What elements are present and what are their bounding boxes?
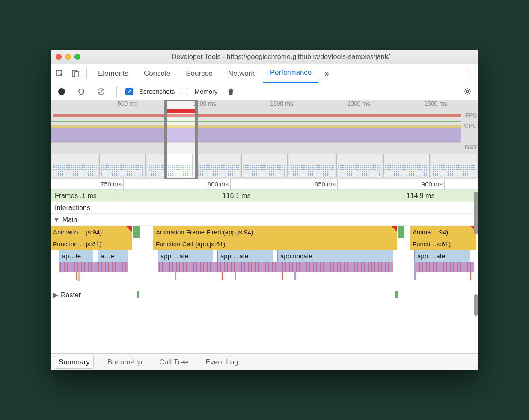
overview-mask-left [51, 100, 164, 179]
details-tabs: Summary Bottom-Up Call Tree Event Log [51, 353, 478, 370]
divider [452, 86, 452, 97]
tab-summary[interactable]: Summary [55, 356, 94, 369]
flame-bar[interactable]: app.update [277, 250, 393, 262]
devtools-window: Developer Tools - https://googlechrome.g… [51, 50, 478, 370]
tabs-overflow-icon[interactable]: » [320, 68, 333, 78]
inspect-element-icon[interactable] [53, 67, 67, 80]
flame-bar[interactable]: Functi…s:61) [410, 238, 476, 250]
flame-ruler: 750 ms 800 ms 850 ms 900 ms [51, 179, 478, 190]
clear-icon[interactable] [94, 85, 108, 98]
svg-line-4 [99, 89, 103, 94]
flame-bar[interactable]: Animation Frame Fired (app.js:94) [153, 226, 397, 238]
titlebar: Developer Tools - https://googlechrome.g… [51, 50, 478, 64]
flame-bar[interactable]: Animatio….js:94) [51, 226, 132, 238]
flamechart-pane[interactable]: 750 ms 800 ms 850 ms 900 ms Frames .1 ms… [51, 179, 478, 353]
flame-bar[interactable] [398, 226, 404, 238]
flame-bar[interactable] [133, 226, 140, 238]
scrollbar-thumb[interactable] [474, 192, 478, 234]
screenshots-checkbox[interactable] [125, 88, 133, 95]
chevron-right-icon: ▶ [53, 291, 58, 299]
interactions-row: Interactions [51, 202, 478, 214]
tab-bottom-up[interactable]: Bottom-Up [104, 356, 146, 368]
window-title: Developer Tools - https://googlechrome.g… [88, 53, 473, 61]
frames-row: Frames .1 ms 116.1 ms 114.9 ms [51, 190, 478, 202]
menu-icon[interactable]: ⋮ [463, 68, 476, 79]
flame-bar[interactable]: Function….js:61) [51, 238, 132, 250]
chevron-down-icon: ▼ [53, 216, 60, 224]
flame-bar[interactable]: app.…ate [158, 250, 213, 262]
memory-label: Memory [194, 88, 217, 95]
tab-network[interactable]: Network [221, 64, 262, 83]
divider [86, 68, 87, 79]
svg-point-5 [466, 90, 469, 93]
screenshots-label: Screenshots [139, 88, 175, 95]
device-toggle-icon[interactable] [68, 67, 82, 80]
flame-bar[interactable]: Anima…:94) [410, 226, 476, 238]
close-icon[interactable] [56, 54, 62, 60]
tab-performance[interactable]: Performance [263, 64, 318, 83]
flame-bar[interactable]: app.…ate [217, 250, 273, 262]
zoom-icon[interactable] [74, 54, 80, 60]
tab-event-log[interactable]: Event Log [202, 356, 242, 368]
raster-track-header[interactable]: ▶ Raster [51, 289, 478, 301]
flame-track-calls: ap…te a…e app.…ate app.…ate app.update a… [51, 250, 478, 262]
tab-console[interactable]: Console [137, 64, 177, 83]
flame-bar[interactable]: ap…te [59, 250, 93, 262]
record-button[interactable] [55, 85, 68, 98]
flame-bar[interactable]: Function Call (app.js:61) [153, 238, 397, 250]
traffic-lights [56, 54, 80, 60]
tab-sources[interactable]: Sources [179, 64, 219, 83]
flame-track-anim: Animatio….js:94) Animation Frame Fired (… [51, 226, 478, 238]
panel-tabs: Elements Console Sources Network Perform… [51, 64, 478, 83]
flame-bar[interactable]: app.…ate [414, 250, 470, 262]
scrollbar-thumb[interactable] [474, 294, 478, 316]
perf-toolbar: Screenshots Memory [51, 83, 478, 100]
settings-gear-icon[interactable] [461, 85, 474, 98]
overview-mask-right [198, 100, 478, 179]
memory-checkbox[interactable] [181, 88, 188, 95]
tab-elements[interactable]: Elements [91, 64, 135, 83]
flame-track-func: Function….js:61) Function Call (app.js:6… [51, 238, 478, 250]
reload-icon[interactable] [74, 85, 88, 98]
main-track-header[interactable]: ▼ Main [51, 214, 478, 226]
overview-selection-handle[interactable] [164, 100, 198, 179]
flame-bar[interactable]: a…e [98, 250, 128, 262]
flame-track-layout [51, 262, 478, 272]
trash-icon[interactable] [224, 85, 238, 98]
svg-rect-2 [75, 72, 79, 77]
divider [116, 86, 117, 97]
tab-call-tree[interactable]: Call Tree [156, 356, 192, 368]
flame-track-tiny [51, 272, 478, 281]
minimize-icon[interactable] [65, 54, 71, 60]
overview-pane[interactable]: 500 ms 1000 ms 1500 ms 2000 ms 2500 ms F… [51, 100, 478, 179]
